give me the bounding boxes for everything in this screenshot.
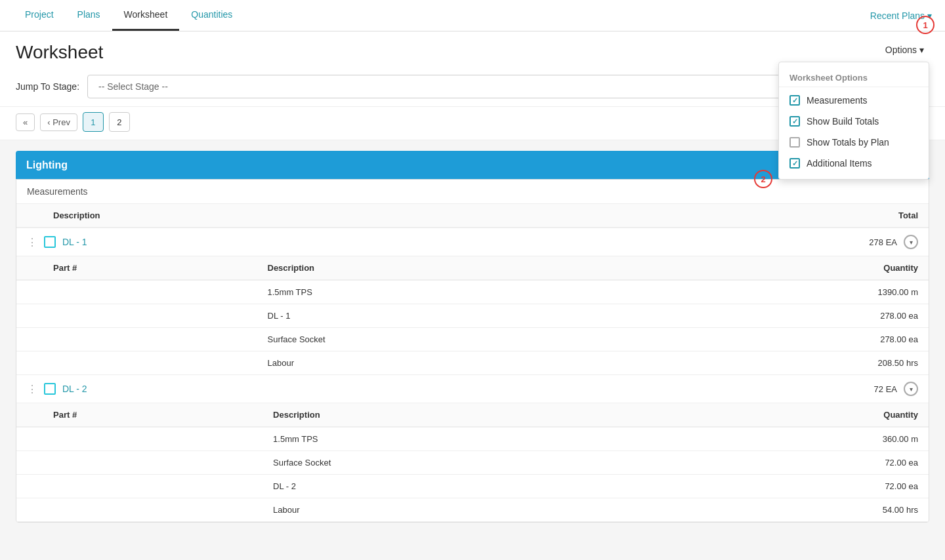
jump-to-stage-label: Jump To Stage:: [16, 81, 79, 92]
section-title-lighting: Lighting: [26, 159, 68, 171]
first-page-button[interactable]: «: [16, 113, 35, 131]
qty-dl1-r1: 1390.00 m: [635, 280, 929, 304]
table-row: Labour 208.50 hrs: [16, 351, 929, 375]
qty-dl2-r2: 72.00 ea: [650, 451, 929, 475]
item-row-dl2: ⋮ DL - 2 72 EA ▾: [16, 375, 929, 403]
part-empty-dl2-r3: [16, 475, 43, 498]
dropdown-title: Worksheet Options: [779, 68, 929, 87]
item-total-dl2: 72 EA: [874, 384, 897, 394]
qty-dl2-r4: 54.00 hrs: [650, 498, 929, 522]
dropdown-label-additional-items: Additional Items: [807, 158, 872, 169]
desc-dl1-r3: Surface Socket: [257, 328, 635, 351]
dropdown-label-show-totals-by-plan: Show Totals by Plan: [807, 137, 889, 148]
page-2-button[interactable]: 2: [109, 112, 130, 132]
measurements-header-table: Description Total: [16, 204, 929, 228]
nav-tab-project[interactable]: Project: [13, 0, 66, 31]
qty-dl2-r3: 72.00 ea: [650, 475, 929, 498]
table-card: Measurements Description Total ⋮ DL - 1 …: [16, 179, 929, 523]
col-actions: [16, 204, 43, 228]
nav-tab-plans[interactable]: Plans: [66, 0, 112, 31]
options-button[interactable]: Options ▾: [880, 42, 929, 58]
badge-2: 2: [754, 170, 772, 188]
desc-dl2-r2: Surface Socket: [262, 451, 650, 475]
dropdown-item-measurements[interactable]: Measurements: [779, 90, 929, 111]
nav-tabs: Project Plans Worksheet Quantities: [13, 0, 244, 31]
part-num-dl2-r3: [43, 475, 262, 498]
sub-col-empty: [16, 256, 43, 280]
desc-dl1-r4: Labour: [257, 351, 635, 375]
qty-dl1-r4: 208.50 hrs: [635, 351, 929, 375]
dropdown-item-additional-items[interactable]: Additional Items: [779, 153, 929, 174]
part-num-dl1-r2: [43, 304, 257, 328]
item-name-dl2[interactable]: DL - 2: [62, 384, 868, 394]
worksheet-options-dropdown: 2 Worksheet Options Measurements Show Bu…: [778, 62, 929, 180]
table-row: DL - 2 72.00 ea: [16, 475, 929, 498]
checkbox-additional-items[interactable]: [789, 158, 800, 169]
col-total-header: Total: [597, 204, 929, 228]
checkbox-measurements[interactable]: [789, 95, 800, 106]
sub-col-qty-dl1: Quantity: [635, 256, 929, 280]
part-num-dl2-r2: [43, 451, 262, 475]
qty-dl2-r1: 360.00 m: [650, 427, 929, 451]
table-row: 1.5mm TPS 1390.00 m: [16, 280, 929, 304]
item-total-dl1: 278 EA: [869, 237, 897, 247]
part-empty-dl1-r3: [16, 328, 43, 351]
prev-page-button[interactable]: ‹ Prev: [40, 113, 77, 131]
color-box-dl1: [44, 236, 56, 248]
part-empty-dl2-r1: [16, 427, 43, 451]
part-num-dl2-r4: [43, 498, 262, 522]
desc-dl2-r3: DL - 2: [262, 475, 650, 498]
col-description-header: Description: [43, 204, 597, 228]
part-num-dl1-r4: [43, 351, 257, 375]
sub-col-qty-dl2: Quantity: [650, 403, 929, 427]
desc-dl2-r1: 1.5mm TPS: [262, 427, 650, 451]
part-empty-dl2-r4: [16, 498, 43, 522]
part-num-dl1-r1: [43, 280, 257, 304]
sub-col-empty-dl2: [16, 403, 43, 427]
table-row: Surface Socket 72.00 ea: [16, 451, 929, 475]
color-box-dl2: [44, 383, 56, 395]
sub-col-part-dl1: Part #: [43, 256, 257, 280]
desc-dl1-r1: 1.5mm TPS: [257, 280, 635, 304]
item-name-dl1[interactable]: DL - 1: [62, 237, 862, 247]
checkbox-show-totals-by-plan[interactable]: [789, 137, 800, 148]
dl1-sub-table: Part # Description Quantity 1.5mm TPS 13…: [16, 256, 929, 375]
dropdown-label-show-build-totals: Show Build Totals: [807, 116, 879, 127]
page-title: Worksheet: [16, 42, 103, 63]
qty-dl1-r2: 278.00 ea: [635, 304, 929, 328]
table-row: Labour 54.00 hrs: [16, 498, 929, 522]
nav-tab-quantities[interactable]: Quantities: [179, 0, 244, 31]
checkbox-show-build-totals[interactable]: [789, 116, 800, 127]
table-row: Surface Socket 278.00 ea: [16, 328, 929, 351]
expand-dl1-button[interactable]: ▾: [904, 235, 918, 249]
table-row: 1.5mm TPS 360.00 m: [16, 427, 929, 451]
badge-1: 1: [916, 16, 934, 34]
dropdown-item-show-build-totals[interactable]: Show Build Totals: [779, 111, 929, 132]
page-1-button[interactable]: 1: [83, 112, 104, 132]
part-empty-dl2-r2: [16, 451, 43, 475]
sub-col-desc-dl1: Description: [257, 256, 635, 280]
nav-tab-worksheet[interactable]: Worksheet: [112, 0, 180, 31]
part-num-dl1-r3: [43, 328, 257, 351]
subsection-title-measurements: Measurements: [16, 180, 929, 204]
qty-dl1-r3: 278.00 ea: [635, 328, 929, 351]
sub-col-desc-dl2: Description: [262, 403, 650, 427]
options-button-wrap: 1 Options ▾ 2 Worksheet Options Measurem…: [880, 42, 929, 58]
table-row: DL - 1 278.00 ea: [16, 304, 929, 328]
part-num-dl2-r1: [43, 427, 262, 451]
part-empty-dl1-r1: [16, 280, 43, 304]
top-nav: Project Plans Worksheet Quantities Recen…: [0, 0, 945, 31]
dropdown-item-show-totals-by-plan[interactable]: Show Totals by Plan: [779, 132, 929, 153]
expand-dl2-button[interactable]: ▾: [904, 382, 918, 396]
dropdown-label-measurements: Measurements: [807, 95, 868, 106]
dl2-sub-table: Part # Description Quantity 1.5mm TPS 36…: [16, 403, 929, 522]
main-content: Lighting + / Remove ⊕ Measurements Descr…: [0, 140, 945, 546]
dots-icon-dl1[interactable]: ⋮: [27, 236, 37, 249]
part-empty-dl1-r4: [16, 351, 43, 375]
dots-icon-dl2[interactable]: ⋮: [27, 383, 37, 395]
desc-dl2-r4: Labour: [262, 498, 650, 522]
page-header: Worksheet 1 Options ▾ 2 Worksheet Option…: [0, 31, 945, 68]
item-row-dl1: ⋮ DL - 1 278 EA ▾: [16, 228, 929, 256]
desc-dl1-r2: DL - 1: [257, 304, 635, 328]
sub-col-part-dl2: Part #: [43, 403, 262, 427]
